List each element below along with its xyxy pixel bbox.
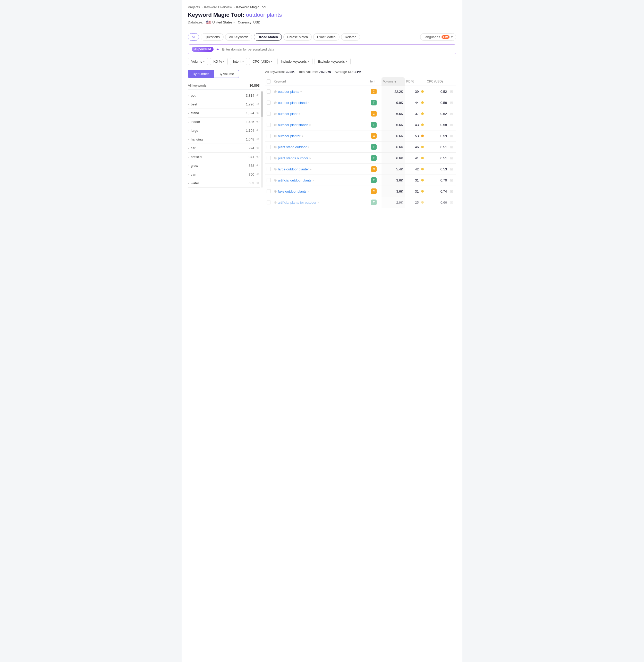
row-checkbox[interactable] [267, 200, 271, 204]
keyword-text: plant stand outdoor [278, 145, 306, 149]
row-checkbox[interactable] [267, 145, 271, 149]
eye-icon[interactable]: 👁 [256, 164, 260, 168]
kd-cell: 53 [405, 130, 425, 141]
keyword-link[interactable]: ⊕ outdoor plants » [274, 89, 365, 93]
tab-exact-match[interactable]: Exact Match [313, 33, 340, 41]
cpc-cell: 0.52 [425, 108, 448, 119]
sidebar-item[interactable]: › grow 868 👁 [188, 161, 260, 170]
keyword-link[interactable]: ⊕ outdoor plant stands » [274, 123, 365, 127]
keyword-link[interactable]: ⊕ artificial outdoor plants » [274, 178, 365, 182]
row-action-icon[interactable]: ⊞ [450, 167, 453, 171]
tab-related[interactable]: Related [341, 33, 360, 41]
sidebar-item[interactable]: › can 760 👁 [188, 170, 260, 179]
row-action-icon[interactable]: ⊞ [450, 178, 453, 182]
sidebar-item[interactable]: › stand 1,524 👁 [188, 109, 260, 117]
chevron-down-icon: ▾ [451, 35, 453, 39]
row-action-icon[interactable]: ⊞ [450, 156, 453, 160]
db-selector[interactable]: 🇺🇸 United States ▾ [206, 20, 235, 25]
filter-intent[interactable]: Intent ▾ [230, 58, 247, 65]
sidebar-item-label: grow [191, 164, 249, 168]
tab-questions[interactable]: Questions [201, 33, 224, 41]
add-icon: ⊕ [274, 200, 277, 204]
sidebar-item[interactable]: › water 683 👁 [188, 179, 260, 188]
keyword-link[interactable]: ⊕ large outdoor planter » [274, 167, 365, 171]
eye-icon[interactable]: 👁 [256, 102, 260, 106]
row-checkbox[interactable] [267, 156, 271, 160]
sidebar-item[interactable]: › car 974 👁 [188, 144, 260, 153]
row-checkbox[interactable] [267, 123, 271, 127]
intent-badge: T [371, 155, 376, 161]
eye-icon[interactable]: 👁 [256, 137, 260, 141]
th-volume[interactable]: Volume ⇅ [382, 78, 405, 86]
row-action-icon[interactable]: ⊞ [450, 101, 453, 105]
cpc-cell: 0.53 [425, 164, 448, 175]
tab-broad-match[interactable]: Broad Match [254, 33, 282, 41]
filter-include-keywords[interactable]: Include keywords ▾ [277, 58, 312, 65]
keyword-link[interactable]: ⊕ outdoor plant » [274, 112, 365, 116]
eye-icon[interactable]: 👁 [256, 120, 260, 124]
keyword-cell: ⊕ plant stand outdoor » [272, 141, 366, 153]
sidebar-item[interactable]: › artificial 941 👁 [188, 153, 260, 161]
row-checkbox[interactable] [267, 189, 271, 193]
tab-all[interactable]: All [188, 33, 199, 41]
filter-cpc[interactable]: CPC (USD) ▾ [249, 58, 275, 65]
tab-all-keywords[interactable]: All Keywords [225, 33, 252, 41]
keyword-link[interactable]: ⊕ outdoor plant stand » [274, 101, 365, 105]
scroll-thumb[interactable] [261, 91, 263, 117]
toggle-by-volume[interactable]: By volume [213, 70, 239, 78]
row-action-icon[interactable]: ⊞ [450, 89, 453, 93]
row-action-icon[interactable]: ⊞ [450, 134, 453, 138]
languages-button[interactable]: Languages beta ▾ [420, 33, 456, 41]
tab-phrase-match[interactable]: Phrase Match [283, 33, 312, 41]
intent-cell: C [366, 108, 382, 119]
row-action-icon[interactable]: ⊞ [450, 123, 453, 127]
sidebar-toggle: By number By volume [188, 70, 260, 78]
row-checkbox[interactable] [267, 112, 271, 116]
ai-domain-input[interactable] [222, 47, 452, 51]
row-action-icon[interactable]: ⊞ [450, 200, 453, 204]
row-action-icon[interactable]: ⊞ [450, 112, 453, 116]
flag-icon: 🇺🇸 [206, 20, 211, 25]
keyword-link[interactable]: ⊕ plant stands outdoor » [274, 156, 365, 160]
breadcrumb-projects[interactable]: Projects [188, 5, 200, 9]
intent-cell: C [366, 130, 382, 141]
filter-kd[interactable]: KD % ▾ [210, 58, 227, 65]
select-all-checkbox[interactable] [267, 80, 271, 84]
eye-icon[interactable]: 👁 [256, 173, 260, 176]
keyword-link[interactable]: ⊕ artificial plants for outdoor » [274, 200, 365, 204]
beta-badge: beta [441, 35, 450, 39]
eye-icon[interactable]: 👁 [256, 111, 260, 115]
filter-exclude-keywords[interactable]: Exclude keywords ▾ [315, 58, 351, 65]
row-actions-cell: ⊞ [448, 197, 456, 208]
keyword-link[interactable]: ⊕ plant stand outdoor » [274, 145, 365, 149]
eye-icon[interactable]: 👁 [256, 93, 260, 97]
row-checkbox[interactable] [267, 101, 271, 105]
sidebar-item-count: 868 [249, 164, 254, 168]
filter-volume[interactable]: Volume ▾ [188, 58, 208, 65]
keyword-link[interactable]: ⊕ fake outdoor plants » [274, 189, 365, 193]
chevron-right-icon: › [188, 120, 189, 124]
row-checkbox[interactable] [267, 167, 271, 171]
row-action-icon[interactable]: ⊞ [450, 145, 453, 149]
eye-icon[interactable]: 👁 [256, 181, 260, 185]
sidebar-item[interactable]: › hanging 1,048 👁 [188, 135, 260, 144]
sidebar-item[interactable]: › pot 3,814 👁 [188, 91, 260, 100]
sidebar-item[interactable]: › best 1,726 👁 [188, 100, 260, 109]
row-checkbox[interactable] [267, 134, 271, 138]
row-action-icon[interactable]: ⊞ [450, 189, 453, 193]
row-checkbox[interactable] [267, 89, 271, 93]
intent-cell: C [366, 186, 382, 197]
kd-dot [421, 168, 424, 170]
eye-icon[interactable]: 👁 [256, 129, 260, 133]
breadcrumb-keyword-overview[interactable]: Keyword Overview [204, 5, 232, 9]
eye-icon[interactable]: 👁 [256, 146, 260, 150]
row-checkbox[interactable] [267, 178, 271, 182]
keyword-link[interactable]: ⊕ outdoor planter » [274, 134, 365, 138]
chevron-right-icon: › [188, 182, 189, 185]
sidebar-item[interactable]: › large 1,104 👁 [188, 126, 260, 135]
eye-icon[interactable]: 👁 [256, 155, 260, 159]
toggle-by-number[interactable]: By number [188, 70, 213, 78]
arrow-icon: » [307, 101, 309, 104]
chevron-down-icon: ▾ [233, 21, 235, 24]
sidebar-item[interactable]: › indoor 1,435 👁 [188, 117, 260, 126]
